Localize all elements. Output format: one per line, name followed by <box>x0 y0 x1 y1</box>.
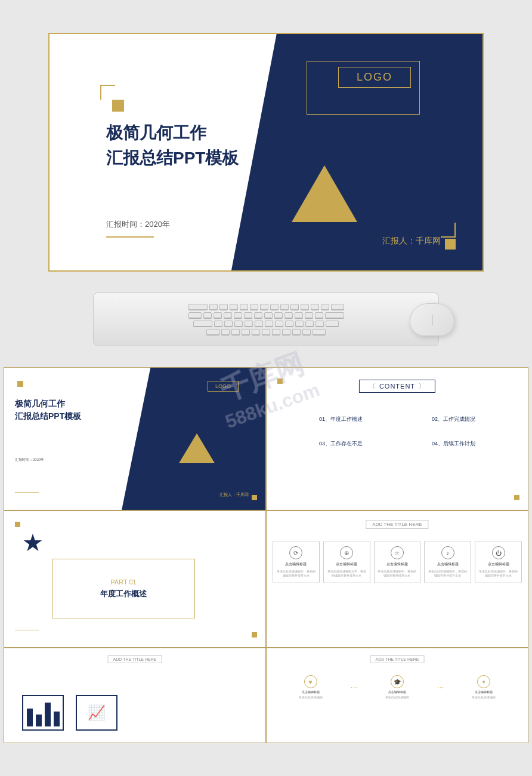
t1-subtitle: 汇报时间：2020年 <box>15 457 44 463</box>
keyboard <box>93 292 439 346</box>
thumb-2-content: 〈 CONTENT 〉 01、年度工作概述 02、工作完成情况 03、工作存在不… <box>266 367 528 510</box>
t2-menu: 01、年度工作概述 02、工作完成情况 03、工作存在不足 04、后续工作计划 <box>267 415 528 448</box>
t4-desc-4: 单击此处完成编辑作，将您的编辑完善并提升文本 <box>427 569 468 578</box>
t6-icon-3: ✦ <box>477 675 490 688</box>
hero-subtitle: 汇报时间：2020年 <box>106 219 170 230</box>
t5-arrow-chart: 📈 <box>76 695 117 731</box>
t2-content-label: CONTENT <box>379 383 415 390</box>
t6-icon-book: 🎓 <box>391 675 404 688</box>
thumb-5-bottom-left: ADD THE TITLE HERE 📈 <box>4 648 266 743</box>
t6-desc-3: 单击此处完成编辑 <box>472 695 496 699</box>
t4-icon-4: ♪ <box>441 546 454 559</box>
t3-star-shape: ★ <box>22 529 44 556</box>
t6-icon-item-1: ♥ 点击编辑标题 单击此处完成编辑 <box>276 675 346 699</box>
hero-title: 极简几何工作 汇报总结PPT模板 <box>106 121 239 171</box>
t1-underline <box>15 492 39 493</box>
t4-icon-5: ⏻ <box>492 546 505 559</box>
t4-desc-5: 单击此处完成编辑作，将您的编辑完善并提升文本 <box>478 569 519 578</box>
t1-triangle <box>179 433 215 463</box>
hero-underline <box>106 236 154 238</box>
t1-logo: LOGO <box>208 381 239 392</box>
t4-cards: ⟳ 点击编辑标题 单击此处完成编辑作，将您的编辑完善并提升文本 ⊕ 点击编辑标题… <box>273 541 522 583</box>
mouse <box>410 303 454 336</box>
t3-part-title: 年度工作概述 <box>100 589 147 599</box>
t4-desc-2: 单击此处完成编辑文字，将您的编辑完善并提升文本 <box>326 569 367 578</box>
t2-content-badge: 〈 CONTENT 〉 <box>359 380 435 393</box>
t2-menu-item-3: 03、工作存在不足 <box>284 440 397 448</box>
t4-desc-3: 单击此处完成编辑作，将您的编辑完善并提升文本 <box>377 569 418 578</box>
t4-desc-1: 单击此处完成编辑作，将您的编辑完善并提升文本 <box>276 569 317 578</box>
t6-text-2: 点击编辑标题 <box>388 690 406 694</box>
t4-title: ADD THE TITLE HERE <box>366 520 428 529</box>
t4-label-4: 点击编辑标题 <box>437 562 459 567</box>
hero-orange-square <box>112 100 124 112</box>
t5-chart-icon <box>22 695 64 731</box>
t4-label-5: 点击编辑标题 <box>488 562 509 567</box>
hero-slide: LOGO 极简几何工作 汇报总结PPT模板 汇报时间：2020年 汇报人：千库网 <box>48 33 484 272</box>
t1-square <box>17 381 23 387</box>
hero-bottom-square <box>445 239 456 250</box>
hero-reporter: 汇报人：千库网 <box>382 236 441 247</box>
t2-arrow-right: 〉 <box>419 382 425 390</box>
t4-label-2: 点击编辑标题 <box>336 562 357 567</box>
t3-part-label: PART 01 <box>110 578 136 586</box>
t3-box: PART 01 年度工作概述 <box>52 559 195 618</box>
t4-card-3: ☆ 点击编辑标题 单击此处完成编辑作，将您的编辑完善并提升文本 <box>374 541 421 583</box>
thumb-4-icons: ADD THE TITLE HERE ⟳ 点击编辑标题 单击此处完成编辑作，将您… <box>266 510 528 648</box>
t1-bottom-sq <box>252 495 257 500</box>
thumbnail-grid: LOGO 极简几何工作 汇报总结PPT模板 汇报时间：2020年 汇报人：千库网… <box>4 367 528 743</box>
t6-icon-item-3: ✦ 点击编辑标题 单击此处完成编辑 <box>449 675 519 699</box>
thumb-1-hero: LOGO 极简几何工作 汇报总结PPT模板 汇报时间：2020年 汇报人：千库网 <box>4 367 266 510</box>
hero-logo: LOGO <box>338 67 411 88</box>
t4-label-3: 点击编辑标题 <box>386 562 408 567</box>
t2-bottom-sq <box>514 495 519 500</box>
hero-slide-container: LOGO 极简几何工作 汇报总结PPT模板 汇报时间：2020年 汇报人：千库网 <box>48 33 484 272</box>
t6-icon-item-2: 🎓 点击编辑标题 单击此处完成编辑 <box>362 675 432 699</box>
t4-card-2: ⊕ 点击编辑标题 单击此处完成编辑文字，将您的编辑完善并提升文本 <box>323 541 370 583</box>
t6-text-3: 点击编辑标题 <box>475 690 493 694</box>
t2-menu-item-1: 01、年度工作概述 <box>284 415 397 423</box>
hero-corner-br <box>441 223 456 238</box>
hero-triangle-decoration <box>292 165 357 222</box>
t2-arrow-left: 〈 <box>369 382 376 390</box>
t1-reporter: 汇报人：千库网 <box>219 492 249 498</box>
thumb-6-bottom-right: ADD THE TITLE HERE ♥ 点击编辑标题 单击此处完成编辑 ···… <box>266 648 528 743</box>
t4-icon-1: ⟳ <box>289 546 302 559</box>
t6-title: ADD THE TITLE HERE <box>370 655 425 663</box>
t1-title: 极简几何工作 汇报总结PPT模板 <box>15 398 81 423</box>
t4-card-1: ⟳ 点击编辑标题 单击此处完成编辑作，将您的编辑完善并提升文本 <box>273 541 320 583</box>
t4-label-1: 点击编辑标题 <box>285 562 307 567</box>
t3-underline <box>15 630 39 630</box>
t4-icon-2: ⊕ <box>340 546 353 559</box>
t2-sq <box>277 378 283 384</box>
t6-desc-2: 单击此处完成编辑 <box>385 695 409 699</box>
t6-dot-connector-2: ··· <box>437 682 444 692</box>
t4-icon-3: ☆ <box>391 546 404 559</box>
t3-bottom-sq <box>252 632 257 638</box>
t6-icon-heart: ♥ <box>304 675 317 688</box>
keyboard-section <box>0 281 532 358</box>
hero-corner-tl <box>100 85 115 100</box>
t4-card-5: ⏻ 点击编辑标题 单击此处完成编辑作，将您的编辑完善并提升文本 <box>475 541 522 583</box>
t5-title: ADD THE TITLE HERE <box>108 655 162 663</box>
t2-menu-item-2: 02、工作完成情况 <box>397 415 510 423</box>
t6-icons-row: ♥ 点击编辑标题 单击此处完成编辑 ··· 🎓 点击编辑标题 单击此处完成编辑 … <box>276 675 519 699</box>
t3-sq <box>15 522 20 527</box>
t6-dot-connector: ··· <box>351 682 358 692</box>
t6-text-1: 点击编辑标题 <box>302 690 320 694</box>
thumb-3-part01: ★ PART 01 年度工作概述 <box>4 510 266 648</box>
t6-desc-1: 单击此处完成编辑 <box>299 695 323 699</box>
t4-card-4: ♪ 点击编辑标题 单击此处完成编辑作，将您的编辑完善并提升文本 <box>424 541 471 583</box>
t2-menu-item-4: 04、后续工作计划 <box>397 440 510 448</box>
